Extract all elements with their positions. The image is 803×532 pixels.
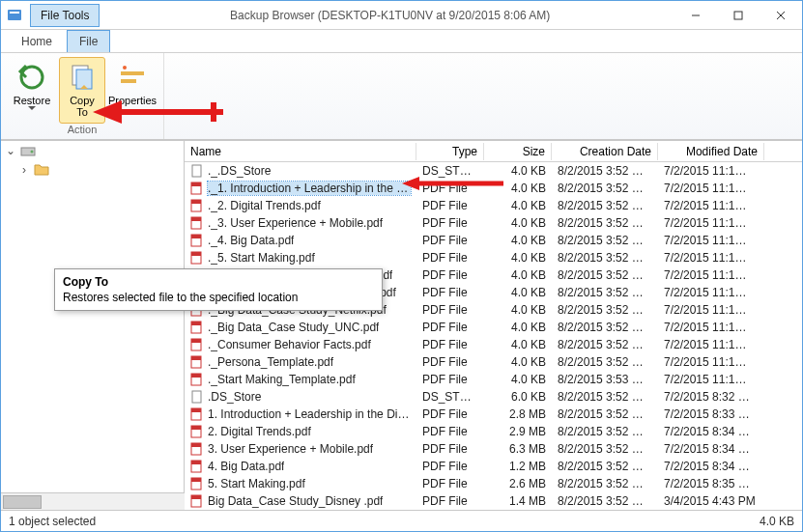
status-right: 4.0 KB: [760, 515, 794, 528]
file-type: PDF File: [416, 214, 484, 232]
file-type: PDF File: [416, 423, 484, 440]
file-type: PDF File: [416, 284, 484, 301]
table-row[interactable]: 2. Digital Trends.pdfPDF File2.9 MB8/2/2…: [185, 423, 802, 440]
file-name: ._2. Digital Trends.pdf: [208, 199, 321, 212]
table-row[interactable]: ._5. Start Making.pdfPDF File4.0 KB8/2/2…: [185, 249, 802, 266]
file-mdate: 7/2/2015 11:1…: [658, 180, 764, 197]
file-cdate: 8/2/2015 3:52 …: [552, 336, 658, 353]
window-title: Backup Browser (DESKTOP-K1TU0NV at 9/20/…: [105, 9, 674, 22]
ribbon-tabs: Home File: [1, 30, 802, 53]
pdf-icon: [190, 494, 204, 508]
list-body[interactable]: ._.DS_StoreDS_ST…4.0 KB8/2/2015 3:52 …7/…: [185, 162, 802, 510]
file-name: ._Consumer Behavior Facts.pdf: [208, 338, 371, 351]
restore-button[interactable]: Restore: [9, 57, 55, 124]
file-size: 4.0 KB: [484, 214, 552, 232]
scrollbar-thumb[interactable]: [3, 495, 42, 509]
svg-rect-51: [191, 495, 201, 499]
file-size: 2.9 MB: [484, 423, 552, 440]
file-name: ._Big Data_Case Study_UNC.pdf: [208, 321, 379, 334]
file-size: 4.0 KB: [484, 232, 552, 249]
tab-file[interactable]: File: [67, 30, 110, 52]
table-row[interactable]: 3. User Experience + Mobile.pdfPDF File6…: [185, 440, 802, 458]
svg-rect-16: [191, 182, 201, 186]
folder-icon: [34, 162, 49, 178]
file-size: 6.3 MB: [484, 440, 552, 458]
minimize-button[interactable]: [674, 2, 717, 29]
table-row[interactable]: ._.DS_StoreDS_ST…4.0 KB8/2/2015 3:52 …7/…: [185, 162, 802, 180]
restore-label: Restore: [14, 95, 51, 106]
file-size: 1.4 MB: [484, 492, 552, 510]
table-row[interactable]: 4. Big Data.pdfPDF File1.2 MB8/2/2015 3:…: [185, 458, 802, 475]
file-mdate: 7/2/2015 11:1…: [658, 266, 764, 284]
maximize-button[interactable]: [717, 2, 760, 29]
column-modified-date[interactable]: Modified Date: [658, 143, 764, 160]
copy-to-icon: [67, 62, 98, 93]
table-row[interactable]: ._2. Digital Trends.pdfPDF File4.0 KB8/2…: [185, 197, 802, 214]
pdf-icon: [190, 425, 204, 438]
file-size: 4.0 KB: [484, 162, 552, 180]
status-left: 1 object selected: [9, 515, 96, 528]
list-header: Name Type Size Creation Date Modified Da…: [185, 141, 802, 162]
tree-row[interactable]: ⌄: [1, 141, 184, 160]
table-row[interactable]: ._4. Big Data.pdfPDF File4.0 KB8/2/2015 …: [185, 232, 802, 249]
svg-rect-41: [191, 408, 201, 412]
file-type: PDF File: [416, 249, 484, 266]
app-window: File Tools Backup Browser (DESKTOP-K1TU0…: [0, 0, 803, 532]
close-button[interactable]: [760, 2, 802, 29]
file-mdate: 7/2/2015 8:32 …: [658, 388, 764, 406]
file-cdate: 8/2/2015 3:52 …: [552, 180, 658, 197]
properties-button[interactable]: Properties: [109, 57, 156, 124]
table-row[interactable]: ._1. Introduction + Leadership in the Di…: [185, 180, 802, 197]
file-mdate: 7/2/2015 11:1…: [658, 162, 764, 180]
column-creation-date[interactable]: Creation Date: [552, 143, 658, 160]
file-mdate: 7/2/2015 11:1…: [658, 319, 764, 336]
file-icon: [190, 390, 204, 404]
file-cdate: 8/2/2015 3:52 …: [552, 492, 658, 510]
file-type: DS_ST…: [416, 388, 484, 406]
tree-scrollbar[interactable]: [1, 492, 185, 510]
svg-rect-43: [191, 426, 201, 430]
restore-icon: [16, 62, 47, 93]
file-mdate: 7/2/2015 11:1…: [658, 197, 764, 214]
table-row[interactable]: ._Start Making_Template.pdfPDF File4.0 K…: [185, 371, 802, 388]
file-name: ._Persona_Template.pdf: [208, 355, 333, 369]
table-row[interactable]: 1. Introduction + Leadership in the Digi…: [185, 406, 802, 423]
copy-to-button[interactable]: Copy To: [59, 57, 105, 124]
file-cdate: 8/2/2015 3:52 …: [552, 232, 658, 249]
chevron-right-icon[interactable]: ›: [18, 163, 30, 177]
chevron-down-icon[interactable]: ⌄: [5, 144, 16, 157]
file-mdate: 7/2/2015 8:33 …: [658, 406, 764, 423]
tree-row[interactable]: ›: [1, 160, 184, 180]
file-size: 4.0 KB: [484, 319, 552, 336]
ribbon-group-action: Restore Copy To Properties Action: [1, 53, 164, 139]
file-type: PDF File: [416, 266, 484, 284]
pdf-icon: [190, 216, 204, 230]
table-row[interactable]: ._Consumer Behavior Facts.pdfPDF File4.0…: [185, 336, 802, 353]
table-row[interactable]: ._Persona_Template.pdfPDF File4.0 KB8/2/…: [185, 353, 802, 371]
file-type: PDF File: [416, 319, 484, 336]
svg-rect-10: [121, 79, 136, 83]
status-bar: 1 object selected 4.0 KB: [1, 510, 802, 531]
file-name: ._1. Introduction + Leadership in the Di…: [208, 182, 411, 195]
file-cdate: 8/2/2015 3:52 …: [552, 249, 658, 266]
file-cdate: 8/2/2015 3:53 …: [552, 371, 658, 388]
column-size[interactable]: Size: [484, 143, 552, 160]
svg-point-13: [31, 151, 34, 154]
svg-rect-0: [8, 10, 21, 20]
file-name: ._Start Making_Template.pdf: [208, 373, 356, 386]
tab-home[interactable]: Home: [9, 30, 65, 52]
file-size: 2.6 MB: [484, 475, 552, 492]
table-row[interactable]: ._Big Data_Case Study_UNC.pdfPDF File4.0…: [185, 319, 802, 336]
table-row[interactable]: 5. Start Making.pdfPDF File2.6 MB8/2/201…: [185, 475, 802, 492]
copy-to-label: Copy To: [70, 95, 95, 118]
file-name: .DS_Store: [208, 390, 261, 404]
close-icon: [776, 11, 786, 20]
column-type[interactable]: Type: [416, 143, 484, 160]
column-name[interactable]: Name: [185, 143, 416, 160]
table-row[interactable]: .DS_StoreDS_ST…6.0 KB8/2/2015 3:52 …7/2/…: [185, 388, 802, 406]
folder-tree[interactable]: ⌄ ›: [1, 141, 185, 510]
svg-rect-34: [191, 339, 201, 343]
titlebar: File Tools Backup Browser (DESKTOP-K1TU0…: [1, 1, 802, 30]
table-row[interactable]: Big Data_Case Study_Disney .pdfPDF File1…: [185, 492, 802, 510]
table-row[interactable]: ._3. User Experience + Mobile.pdfPDF Fil…: [185, 214, 802, 232]
